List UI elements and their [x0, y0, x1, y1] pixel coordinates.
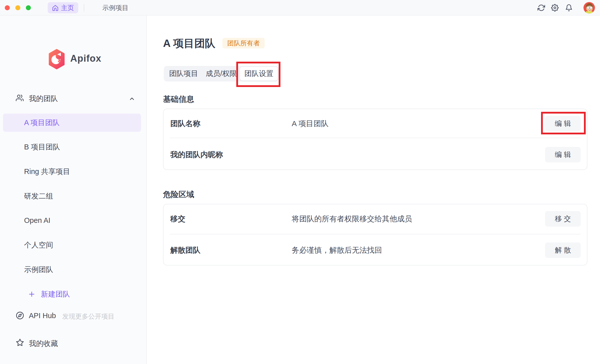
- home-tab-button[interactable]: 主页: [48, 2, 78, 13]
- sync-icon[interactable]: [538, 4, 545, 12]
- tab-team-settings[interactable]: 团队设置: [240, 67, 278, 80]
- api-hub-hint: 发现更多公开项目: [62, 312, 114, 321]
- settings-gear-icon[interactable]: [551, 4, 559, 12]
- project-tab-label[interactable]: 示例项目: [102, 4, 128, 12]
- team-users-icon: [16, 94, 24, 103]
- basic-info-heading: 基础信息: [163, 94, 194, 105]
- window-zoom-button[interactable]: [26, 5, 31, 10]
- window-close-button[interactable]: [5, 5, 10, 10]
- sidebar-item-favorites[interactable]: 我的收藏: [0, 336, 147, 349]
- danger-zone-card: 移交 将团队的所有者权限移交给其他成员 移 交 解散团队 务必谨慎，解散后无法找…: [163, 204, 587, 265]
- nickname-label: 我的团队内昵称: [170, 150, 223, 160]
- team-name-label: 团队名称: [170, 119, 200, 129]
- team-name-value: A 项目团队: [292, 119, 329, 129]
- sidebar-item-team-b[interactable]: B 项目团队: [3, 138, 141, 156]
- page-title: A 项目团队: [163, 36, 215, 50]
- sidebar-item-personal-space[interactable]: 个人空间: [3, 236, 141, 254]
- star-icon: [16, 338, 24, 348]
- edit-team-name-button[interactable]: 编 辑: [545, 116, 581, 131]
- apifox-app-window: 主页 示例项目: [0, 0, 600, 364]
- top-bar: 主页 示例项目: [0, 0, 600, 16]
- apifox-logo-icon: [48, 49, 66, 70]
- disband-label: 解散团队: [170, 245, 200, 255]
- tab-members-permissions[interactable]: 成员/权限: [202, 67, 240, 80]
- transfer-button[interactable]: 移 交: [545, 211, 581, 227]
- new-team-button[interactable]: 新建团队: [3, 285, 141, 303]
- window-minimize-button[interactable]: [15, 5, 20, 10]
- tab-team-projects[interactable]: 团队项目: [165, 67, 202, 80]
- danger-zone-heading: 危险区域: [163, 189, 194, 200]
- sidebar-item-api-hub[interactable]: API Hub 发现更多公开项目: [0, 309, 147, 322]
- chevron-up-icon[interactable]: [129, 96, 135, 103]
- user-avatar[interactable]: [583, 2, 595, 14]
- sidebar-item-team-a[interactable]: A 项目团队: [3, 114, 141, 132]
- home-tab-label: 主页: [61, 4, 74, 12]
- basic-info-card: 团队名称 A 项目团队 编 辑 我的团队内昵称 编 辑: [163, 109, 587, 170]
- apifox-logo-text: Apifox: [70, 53, 101, 64]
- disband-button[interactable]: 解 散: [545, 242, 581, 258]
- home-icon: [52, 5, 59, 11]
- sidebar-item-ring-shared[interactable]: Ring 共享项目: [3, 162, 141, 181]
- notifications-bell-icon[interactable]: [565, 4, 573, 12]
- new-team-label: 新建团队: [41, 289, 70, 299]
- transfer-description: 将团队的所有者权限移交给其他成员: [292, 214, 412, 224]
- sidebar-item-recent[interactable]: 最近访问: [0, 363, 147, 364]
- edit-nickname-button[interactable]: 编 辑: [545, 147, 581, 162]
- api-hub-label: API Hub: [29, 312, 56, 320]
- team-owner-badge: 团队所有者: [222, 38, 265, 48]
- sidebar: Apifox 我的团队 A 项目团队 B 项目团队 Ring 共享项目 研发二组…: [0, 16, 147, 364]
- compass-icon: [16, 311, 24, 321]
- favorites-label: 我的收藏: [29, 339, 58, 349]
- sidebar-item-rd-group2[interactable]: 研发二组: [3, 187, 141, 205]
- sidebar-item-open-ai[interactable]: Open AI: [3, 211, 141, 230]
- row-divider: [170, 138, 581, 138]
- topbar-divider: [84, 4, 84, 12]
- plus-icon: [28, 291, 35, 298]
- transfer-label: 移交: [170, 214, 185, 224]
- sidebar-item-example-team[interactable]: 示例团队: [3, 260, 141, 279]
- row-divider: [170, 234, 581, 234]
- disband-description: 务必谨慎，解散后无法找回: [292, 245, 382, 255]
- team-tabs: 团队项目 成员/权限 团队设置: [164, 66, 279, 81]
- my-teams-section-header[interactable]: 我的团队: [29, 94, 58, 104]
